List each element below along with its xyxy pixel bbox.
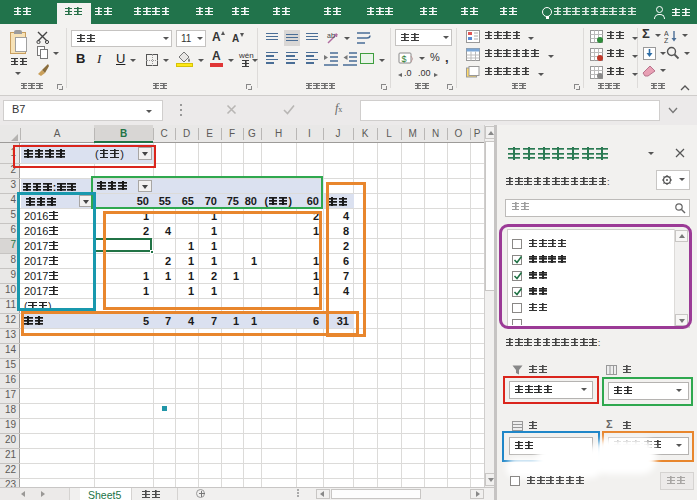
- svg-text:ab: ab: [327, 32, 335, 39]
- svg-text:Z: Z: [664, 37, 669, 43]
- svg-text:A: A: [664, 30, 669, 37]
- svg-text:$: $: [401, 54, 406, 64]
